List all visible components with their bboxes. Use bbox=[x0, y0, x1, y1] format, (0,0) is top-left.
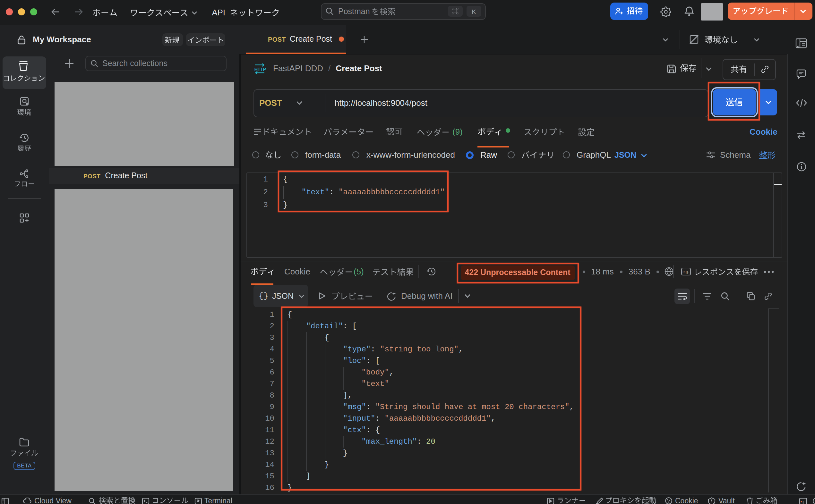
svg-text:e.g.: e.g. bbox=[683, 270, 689, 274]
svg-text:HTTP: HTTP bbox=[255, 66, 266, 71]
